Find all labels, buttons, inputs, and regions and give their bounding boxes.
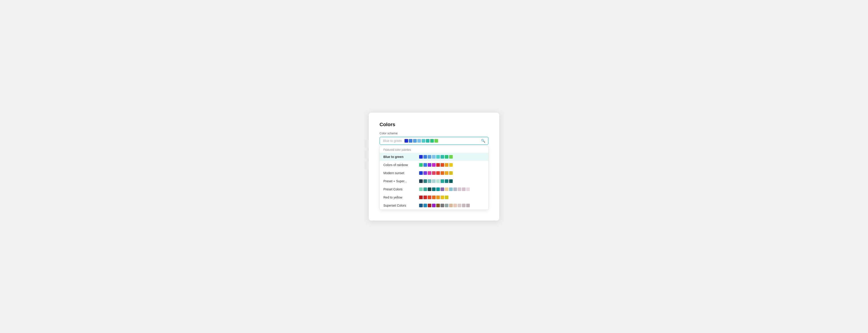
palette-swatch — [428, 163, 431, 167]
palette-swatch — [424, 163, 427, 167]
palette-item-label: Colors of rainbow — [383, 163, 416, 167]
input-swatch — [413, 139, 417, 143]
input-swatch — [417, 139, 421, 143]
palette-swatch — [419, 171, 423, 175]
palette-list[interactable]: Blue to greenColors of rainbowModern sun… — [380, 153, 488, 210]
palette-swatch — [445, 188, 448, 191]
palette-swatch — [428, 196, 431, 199]
palette-swatch — [449, 171, 453, 175]
palette-swatch — [419, 179, 423, 183]
palette-swatch — [424, 171, 427, 175]
palette-swatch — [436, 163, 440, 167]
palette-item-swatches — [419, 204, 470, 207]
input-placeholder-text: Blue to green — [383, 139, 402, 143]
sidebar-stub-2 — [365, 150, 369, 159]
palette-swatch — [419, 163, 423, 167]
palette-swatch — [436, 171, 440, 175]
palette-swatch — [445, 171, 448, 175]
palette-swatch — [424, 204, 427, 207]
input-swatches-row — [404, 139, 485, 143]
settings-panel: Colors Color scheme Blue to green 🔍 Feat… — [369, 113, 499, 221]
color-palette-dropdown: Featured color palettes Blue to greenCol… — [379, 146, 489, 210]
palette-item-swatches — [419, 171, 453, 175]
palette-item[interactable]: Modern sunset — [380, 169, 488, 177]
palette-swatch — [458, 188, 461, 191]
palette-swatch — [428, 179, 431, 183]
palette-swatch — [462, 188, 466, 191]
search-icon[interactable]: 🔍 — [481, 139, 485, 143]
palette-swatch — [424, 179, 427, 183]
color-scheme-input-row[interactable]: Blue to green 🔍 — [379, 137, 489, 145]
palette-item-swatches — [419, 163, 453, 167]
palette-item-label: Modern sunset — [383, 171, 416, 175]
sidebar-stubs — [365, 140, 369, 169]
palette-swatch — [436, 179, 440, 183]
palette-swatch — [424, 188, 427, 191]
palette-swatch — [440, 196, 444, 199]
input-swatch — [404, 139, 408, 143]
palette-swatch — [453, 204, 457, 207]
palette-swatch — [428, 188, 431, 191]
palette-item-label: Red to yellow — [383, 196, 416, 199]
palette-swatch — [440, 155, 444, 159]
section-title: Colors — [379, 122, 489, 128]
palette-item[interactable]: Blue to green — [380, 153, 488, 161]
palette-item[interactable]: Preset + Super... — [380, 177, 488, 185]
palette-swatch — [440, 188, 444, 191]
palette-item-swatches — [419, 179, 453, 183]
palette-item-label: Preset + Super... — [383, 179, 416, 183]
palette-item-label: Superset Colors — [383, 204, 416, 207]
palette-swatch — [449, 179, 453, 183]
input-swatch — [430, 139, 434, 143]
palette-swatch — [436, 196, 440, 199]
palette-swatch — [449, 188, 453, 191]
input-swatch — [434, 139, 438, 143]
palette-item[interactable]: Superset Colors — [380, 201, 488, 210]
palette-swatch — [449, 204, 453, 207]
palette-swatch — [440, 171, 444, 175]
palette-swatch — [419, 204, 423, 207]
palette-swatch — [462, 204, 466, 207]
palette-swatch — [432, 188, 436, 191]
palette-swatch — [432, 155, 436, 159]
palette-item-swatches — [419, 196, 448, 199]
palette-swatch — [440, 179, 444, 183]
palette-swatch — [449, 155, 453, 159]
palette-swatch — [440, 163, 444, 167]
palette-swatch — [445, 179, 448, 183]
palette-swatch — [449, 163, 453, 167]
palette-swatch — [419, 155, 423, 159]
palette-swatch — [436, 155, 440, 159]
palette-swatch — [424, 196, 427, 199]
field-label: Color scheme — [379, 132, 489, 135]
palette-swatch — [436, 204, 440, 207]
palette-swatch — [432, 204, 436, 207]
palette-swatch — [466, 204, 470, 207]
palette-swatch — [458, 204, 461, 207]
palette-swatch — [445, 204, 448, 207]
palette-swatch — [428, 171, 431, 175]
dropdown-section-label: Featured color palettes — [380, 146, 488, 153]
palette-swatch — [432, 163, 436, 167]
palette-item-swatches — [419, 188, 470, 191]
palette-swatch — [445, 196, 448, 199]
palette-item[interactable]: Red to yellow — [380, 193, 488, 201]
palette-swatch — [428, 155, 431, 159]
palette-swatch — [440, 204, 444, 207]
color-scheme-field[interactable]: Blue to green 🔍 Featured color palettes … — [379, 137, 489, 210]
input-swatch — [426, 139, 430, 143]
palette-item[interactable]: Colors of rainbow — [380, 161, 488, 169]
palette-item-label: Blue to green — [383, 155, 416, 159]
input-swatch — [409, 139, 412, 143]
palette-item[interactable]: Preset Colors — [380, 185, 488, 193]
palette-item-swatches — [419, 155, 453, 159]
palette-swatch — [424, 155, 427, 159]
sidebar-stub-1 — [365, 140, 369, 148]
palette-swatch — [445, 155, 448, 159]
input-swatch — [422, 139, 425, 143]
palette-swatch — [432, 171, 436, 175]
palette-swatch — [419, 188, 423, 191]
palette-swatch — [436, 188, 440, 191]
palette-swatch — [432, 179, 436, 183]
palette-swatch — [432, 196, 436, 199]
